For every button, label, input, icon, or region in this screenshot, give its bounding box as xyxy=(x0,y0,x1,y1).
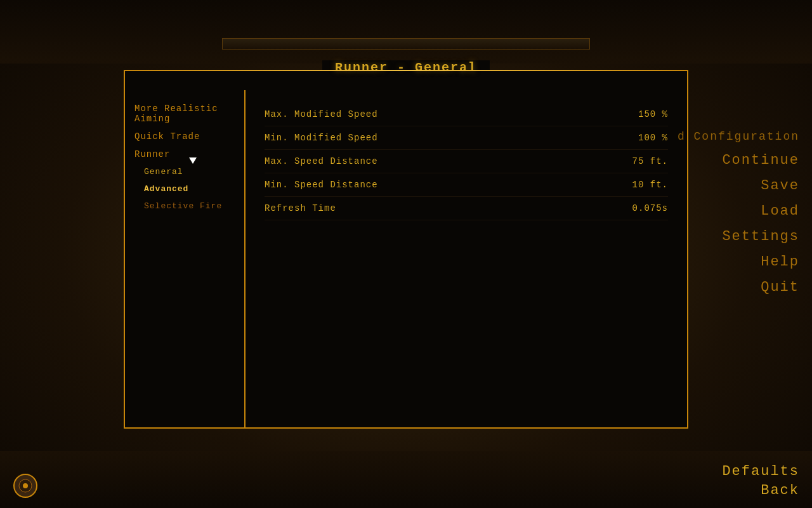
save-button[interactable]: Save xyxy=(754,175,806,197)
sidebar-item-more-realistic-aiming[interactable]: More Realistic Aiming xyxy=(125,100,244,128)
help-button[interactable]: Help xyxy=(754,251,806,273)
settings-label-0: Max. Modified Speed xyxy=(265,109,378,119)
settings-row-3: Min. Speed Distance 10 ft. xyxy=(265,173,668,197)
continue-button[interactable]: Continue xyxy=(716,149,806,171)
decorative-top-bar xyxy=(222,38,590,50)
sidebar-item-quick-trade[interactable]: Quick Trade xyxy=(125,128,244,145)
settings-value-3[interactable]: 10 ft. xyxy=(632,180,668,190)
sidebar: More Realistic Aiming Quick Trade Runner… xyxy=(125,90,246,427)
load-button[interactable]: Load xyxy=(754,200,806,222)
settings-label-1: Min. Modified Speed xyxy=(265,133,378,143)
back-button[interactable]: Back xyxy=(761,483,799,498)
defaults-button[interactable]: Defaults xyxy=(722,464,799,479)
settings-label-3: Min. Speed Distance xyxy=(265,180,378,190)
settings-label-4: Refresh Time xyxy=(265,203,336,213)
panel-title-container: Runner - General xyxy=(124,60,688,75)
sidebar-item-selective-fire[interactable]: Selective Fire xyxy=(125,197,244,215)
content-area: Max. Modified Speed 150 % Min. Modified … xyxy=(246,90,687,427)
settings-value-2[interactable]: 75 ft. xyxy=(632,156,668,166)
panel-top-border xyxy=(124,70,688,71)
panel-title: Runner - General xyxy=(322,60,490,75)
sidebar-item-runner[interactable]: Runner xyxy=(125,145,244,163)
settings-value-1[interactable]: 100 % xyxy=(638,133,668,143)
settings-row-2: Max. Speed Distance 75 ft. xyxy=(265,150,668,173)
bottom-buttons: Defaults Back xyxy=(722,464,799,498)
main-panel: More Realistic Aiming Quick Trade Runner… xyxy=(124,70,688,429)
settings-row-0: Max. Modified Speed 150 % xyxy=(265,103,668,126)
settings-row-1: Min. Modified Speed 100 % xyxy=(265,126,668,150)
right-menu: d Configuration Continue Save Load Setti… xyxy=(671,127,812,298)
sidebar-item-advanced[interactable]: Advanced xyxy=(125,180,244,197)
sidebar-item-general[interactable]: General xyxy=(125,163,244,180)
top-bar xyxy=(0,0,812,64)
svg-point-2 xyxy=(23,483,28,488)
right-menu-title: d Configuration xyxy=(671,127,806,146)
panel-inner: More Realistic Aiming Quick Trade Runner… xyxy=(125,90,687,427)
settings-label-2: Max. Speed Distance xyxy=(265,156,378,166)
bottom-bar xyxy=(0,451,812,508)
settings-value-4[interactable]: 0.075s xyxy=(632,203,668,213)
settings-value-0[interactable]: 150 % xyxy=(638,109,668,119)
bottom-left-icon xyxy=(13,473,38,498)
quit-button[interactable]: Quit xyxy=(754,276,806,298)
settings-row-4: Refresh Time 0.075s xyxy=(265,197,668,220)
settings-button[interactable]: Settings xyxy=(716,225,806,248)
